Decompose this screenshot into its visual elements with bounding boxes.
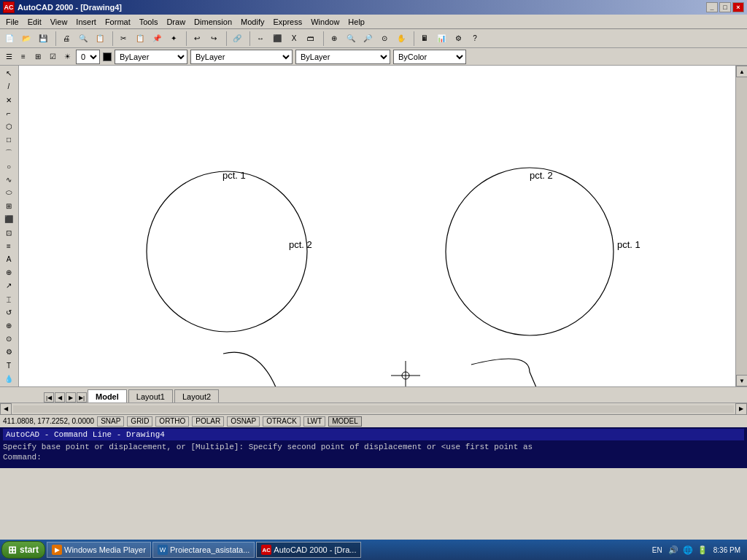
- tool-dimlinear[interactable]: ⌶: [1, 292, 17, 305]
- menu-dimension[interactable]: Dimension: [190, 16, 236, 28]
- menu-draw[interactable]: Draw: [162, 16, 190, 28]
- osnap-button[interactable]: OSNAP: [227, 416, 260, 427]
- tool-tolerance[interactable]: ⊕: [1, 266, 17, 279]
- network-icon[interactable]: 🌐: [682, 544, 694, 556]
- linetype-dropdown[interactable]: ByLayer: [190, 50, 293, 64]
- tool-pan[interactable]: ⊕: [1, 319, 17, 332]
- tool-insert[interactable]: ⊞: [1, 200, 17, 212]
- menu-help[interactable]: Help: [344, 16, 369, 28]
- matchprop-button[interactable]: ✦: [166, 31, 182, 47]
- model-button[interactable]: MODEL: [328, 416, 362, 427]
- tool-multiline[interactable]: ≡: [1, 240, 17, 252]
- taskbar-item-autocad[interactable]: AC AutoCAD 2000 - [Dra...: [256, 542, 361, 558]
- hyperlink-button[interactable]: 🔗: [229, 31, 245, 47]
- properties-button[interactable]: ⚙: [450, 31, 466, 47]
- scroll-track[interactable]: [736, 77, 747, 375]
- color-dropdown[interactable]: ByLayer: [115, 50, 187, 64]
- taskbar-item-mediaplayer[interactable]: ▶ Windows Media Player: [47, 542, 151, 558]
- taskbar-item-proiectarea[interactable]: W Proiectarea_asistata...: [152, 542, 255, 558]
- help-button[interactable]: ?: [467, 31, 483, 47]
- scroll-up-button[interactable]: ▲: [736, 66, 747, 77]
- tab-nav-prev[interactable]: ◀: [55, 392, 65, 402]
- tab-nav-last[interactable]: ▶|: [77, 392, 87, 402]
- zoom-out-button[interactable]: 🔎: [360, 31, 376, 47]
- tool-arc[interactable]: ⌒: [1, 147, 17, 159]
- table-button[interactable]: 📊: [433, 31, 449, 47]
- canvas-area[interactable]: pct. 1 pct. 2 pct. 2 pct. 1 W: [19, 66, 735, 386]
- adcenter-button[interactable]: 🗃: [303, 31, 319, 47]
- tool-spline[interactable]: ∿: [1, 174, 17, 186]
- polar-button[interactable]: POLAR: [192, 416, 224, 427]
- otrack-button[interactable]: OTRACK: [263, 416, 301, 427]
- tool-line[interactable]: /: [1, 80, 17, 93]
- tool-properties[interactable]: ⚙: [1, 346, 17, 358]
- print-button[interactable]: 🖨: [58, 31, 74, 47]
- tab-layout2[interactable]: Layout2: [174, 389, 219, 402]
- layer-icon3[interactable]: ⊞: [32, 51, 44, 63]
- layer-dropdown[interactable]: 0: [76, 50, 100, 64]
- zoom-select-button[interactable]: ⊕: [326, 31, 342, 47]
- xref-button[interactable]: X: [286, 31, 302, 47]
- save-button[interactable]: 💾: [35, 31, 51, 47]
- lwt-button[interactable]: LWT: [303, 416, 325, 427]
- tool-rect[interactable]: □: [1, 133, 17, 146]
- undo-button[interactable]: ↩: [189, 31, 205, 47]
- area-button[interactable]: ⬛: [269, 31, 285, 47]
- close-button[interactable]: ×: [732, 2, 744, 12]
- ortho-button[interactable]: ORTHO: [155, 416, 189, 427]
- layer-icon2[interactable]: ≡: [18, 51, 29, 63]
- menu-edit[interactable]: Edit: [23, 16, 46, 28]
- tool-polyline[interactable]: ⌐: [1, 107, 17, 120]
- tool-hatch[interactable]: ⬛: [1, 213, 17, 225]
- zoom-in-button[interactable]: 🔍: [343, 31, 359, 47]
- pan-button[interactable]: ✋: [393, 31, 409, 47]
- tool-text[interactable]: T: [1, 359, 17, 371]
- new-button[interactable]: 📄: [1, 31, 18, 47]
- menu-modify[interactable]: Modify: [236, 16, 268, 28]
- tool-region[interactable]: ⊡: [1, 226, 17, 238]
- tool-eyedrop[interactable]: 💧: [1, 373, 17, 385]
- start-button[interactable]: ⊞ start: [1, 541, 45, 559]
- cut-button[interactable]: ✂: [115, 31, 131, 47]
- copy-button[interactable]: 📋: [132, 31, 148, 47]
- maximize-button[interactable]: □: [719, 2, 731, 12]
- grid-button[interactable]: GRID: [127, 416, 152, 427]
- scroll-down-button[interactable]: ▼: [736, 375, 747, 386]
- layer-icon4[interactable]: ☑: [47, 51, 58, 63]
- command-prompt[interactable]: Command:: [3, 452, 744, 462]
- menu-window[interactable]: Window: [306, 16, 344, 28]
- tab-nav-next[interactable]: ▶: [66, 392, 76, 402]
- pick-button[interactable]: ↖: [1, 67, 17, 79]
- zoom-realtime-button[interactable]: ⊙: [376, 31, 392, 47]
- redo-button[interactable]: ↪: [206, 31, 222, 47]
- tab-nav-first[interactable]: |◀: [44, 392, 54, 402]
- menu-insert[interactable]: Insert: [71, 16, 101, 28]
- menu-file[interactable]: File: [1, 16, 23, 28]
- menu-tools[interactable]: Tools: [135, 16, 163, 28]
- scroll-left-button[interactable]: ◀: [0, 403, 12, 415]
- snap-button[interactable]: SNAP: [97, 416, 124, 427]
- tool-mtext[interactable]: A: [1, 253, 17, 265]
- plot-button[interactable]: 📋: [92, 31, 108, 47]
- calculator-button[interactable]: 🖩: [417, 31, 433, 47]
- dist-button[interactable]: ↔: [252, 31, 268, 47]
- tab-model[interactable]: Model: [88, 389, 127, 402]
- plotstyle-dropdown[interactable]: ByColor: [393, 50, 466, 64]
- tool-orbit[interactable]: ↺: [1, 306, 17, 319]
- tool-ellipse[interactable]: ⬭: [1, 187, 17, 199]
- layer-icon5[interactable]: ☀: [61, 51, 73, 63]
- layer-state-icon[interactable]: ☰: [3, 51, 15, 63]
- open-button[interactable]: 📂: [18, 31, 34, 47]
- tool-zoom[interactable]: ⊙: [1, 332, 17, 345]
- print-preview-button[interactable]: 🔍: [75, 31, 91, 47]
- menu-express[interactable]: Express: [268, 16, 306, 28]
- lineweight-dropdown[interactable]: ByLayer: [295, 50, 390, 64]
- scroll-right-button[interactable]: ▶: [735, 403, 747, 415]
- minimize-button[interactable]: _: [706, 2, 718, 12]
- paste-button[interactable]: 📌: [149, 31, 165, 47]
- hscroll-track[interactable]: [13, 405, 734, 413]
- menu-view[interactable]: View: [46, 16, 72, 28]
- tool-circle[interactable]: ○: [1, 160, 17, 172]
- volume-icon[interactable]: 🔊: [667, 544, 679, 556]
- vertical-scrollbar[interactable]: ▲ ▼: [735, 66, 747, 386]
